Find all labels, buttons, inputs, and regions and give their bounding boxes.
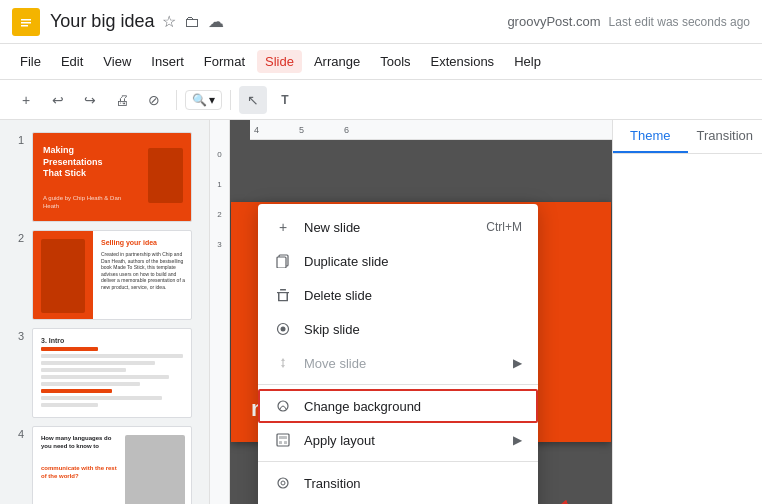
slide-preview-1: Making Presentations That Stick A guide …	[32, 132, 192, 222]
title-bar: Your big idea ☆ 🗀 ☁ groovyPost.com Last …	[0, 0, 762, 44]
zoom-selector[interactable]: 🔍 ▾	[185, 90, 222, 110]
add-button[interactable]: +	[12, 86, 40, 114]
delete-slide-icon	[274, 286, 292, 304]
menu-slide[interactable]: Slide	[257, 50, 302, 73]
slide-thumb-4[interactable]: 4 How many languages do you need to know…	[0, 422, 209, 504]
slide2-text: Created in partnership with Chip and Dan…	[101, 251, 186, 290]
duplicate-slide-icon	[274, 252, 292, 270]
tab-transition[interactable]: Transition	[688, 120, 763, 153]
zoom-icon: 🔍	[192, 93, 207, 107]
v-ruler-0: 0	[217, 150, 221, 159]
print-button[interactable]: 🖨	[108, 86, 136, 114]
svg-rect-7	[280, 289, 286, 291]
svg-rect-15	[277, 434, 289, 446]
tab-theme[interactable]: Theme	[613, 120, 688, 153]
menu-option-new-slide[interactable]: + New slide Ctrl+M	[258, 210, 538, 244]
change-background-icon	[274, 397, 292, 415]
apply-layout-icon	[274, 431, 292, 449]
toolbar-sep-1	[176, 90, 177, 110]
star-icon[interactable]: ☆	[162, 12, 176, 31]
menu-option-transition[interactable]: Transition	[258, 466, 538, 500]
svg-rect-1	[21, 19, 31, 21]
svg-point-20	[281, 481, 285, 485]
slide-thumb-1[interactable]: 1 Making Presentations That Stick A guid…	[0, 128, 209, 226]
menu-extensions[interactable]: Extensions	[423, 50, 503, 73]
menu-arrange[interactable]: Arrange	[306, 50, 368, 73]
slide3-title: 3. Intro	[41, 337, 64, 344]
menu-view[interactable]: View	[95, 50, 139, 73]
v-ruler-2: 2	[217, 210, 221, 219]
transition-label: Transition	[304, 476, 361, 491]
slide-preview-3: 3. Intro	[32, 328, 192, 418]
apply-layout-arrow: ▶	[513, 433, 522, 447]
svg-rect-2	[21, 22, 31, 24]
slide2-book	[41, 239, 85, 313]
move-slide-arrow: ▶	[513, 356, 522, 370]
slide4-img-inner	[125, 435, 185, 504]
menu-format[interactable]: Format	[196, 50, 253, 73]
last-edit: Last edit was seconds ago	[609, 15, 750, 29]
ruler-mark-6: 6	[344, 125, 349, 135]
menu-option-move-slide[interactable]: Move slide ▶	[258, 346, 538, 380]
slide1-subtitle: A guide by Chip Heath & Dan Heath	[43, 195, 133, 211]
svg-rect-3	[21, 25, 28, 27]
cursor-tool[interactable]: ↖	[239, 86, 267, 114]
skip-slide-icon	[274, 320, 292, 338]
menu-insert[interactable]: Insert	[143, 50, 192, 73]
slide-thumb-3[interactable]: 3 3. Intro	[0, 324, 209, 422]
svg-point-12	[281, 327, 286, 332]
svg-rect-18	[284, 441, 287, 444]
menu-help[interactable]: Help	[506, 50, 549, 73]
slide-num-2: 2	[8, 232, 24, 244]
ruler-mark-4: 4	[254, 125, 259, 135]
menu-file[interactable]: File	[12, 50, 49, 73]
new-slide-shortcut: Ctrl+M	[486, 220, 522, 234]
menu-divider-1	[258, 384, 538, 385]
menu-tools[interactable]: Tools	[372, 50, 418, 73]
slide1-book	[148, 148, 183, 203]
v-ruler-3: 3	[217, 240, 221, 249]
change-background-label: Change background	[304, 399, 421, 414]
svg-rect-5	[277, 257, 286, 268]
menu-option-change-background[interactable]: Change background	[258, 389, 538, 423]
menu-option-duplicate-slide[interactable]: Duplicate slide	[258, 244, 538, 278]
v-ruler-1: 1	[217, 180, 221, 189]
duplicate-slide-label: Duplicate slide	[304, 254, 389, 269]
apply-layout-label: Apply layout	[304, 433, 375, 448]
slide-num-3: 3	[8, 330, 24, 342]
undo-button[interactable]: ↩	[44, 86, 72, 114]
v-ruler: 0 1 2 3	[210, 120, 230, 504]
svg-rect-16	[279, 436, 287, 439]
right-tabs: Theme Transition	[613, 120, 762, 154]
svg-rect-17	[279, 441, 282, 444]
folder-icon[interactable]: 🗀	[184, 13, 200, 31]
redo-button[interactable]: ↪	[76, 86, 104, 114]
slide-num-4: 4	[8, 428, 24, 440]
svg-rect-8	[278, 292, 280, 301]
svg-rect-10	[278, 300, 288, 301]
svg-rect-9	[287, 292, 289, 301]
ruler-mark-5: 5	[299, 125, 304, 135]
paint-button[interactable]: ⊘	[140, 86, 168, 114]
slide-thumb-2[interactable]: 2 Selling your idea Created in partnersh…	[0, 226, 209, 324]
main-content: 1 Making Presentations That Stick A guid…	[0, 120, 762, 504]
text-tool[interactable]: T	[271, 86, 299, 114]
zoom-label: ▾	[209, 93, 215, 107]
slide4-title: How many languages do you need to know t…	[41, 435, 121, 451]
menu-edit[interactable]: Edit	[53, 50, 91, 73]
transition-icon	[274, 474, 292, 492]
menu-option-apply-layout[interactable]: Apply layout ▶	[258, 423, 538, 457]
toolbar-sep-2	[230, 90, 231, 110]
new-slide-label: New slide	[304, 220, 360, 235]
doc-title[interactable]: Your big idea	[50, 11, 154, 32]
right-panel: Theme Transition	[612, 120, 762, 504]
menu-option-delete-slide[interactable]: Delete slide	[258, 278, 538, 312]
menu-bar: File Edit View Insert Format Slide Arran…	[0, 44, 762, 80]
dropdown-menu: + New slide Ctrl+M Duplicate slide	[258, 204, 538, 504]
menu-option-skip-slide[interactable]: Skip slide	[258, 312, 538, 346]
slide-num-1: 1	[8, 134, 24, 146]
cloud-icon[interactable]: ☁	[208, 12, 224, 31]
slide1-title: Making Presentations That Stick	[43, 145, 123, 180]
toolbar: + ↩ ↪ 🖨 ⊘ 🔍 ▾ ↖ T	[0, 80, 762, 120]
h-ruler: 4 5 6	[250, 120, 612, 140]
